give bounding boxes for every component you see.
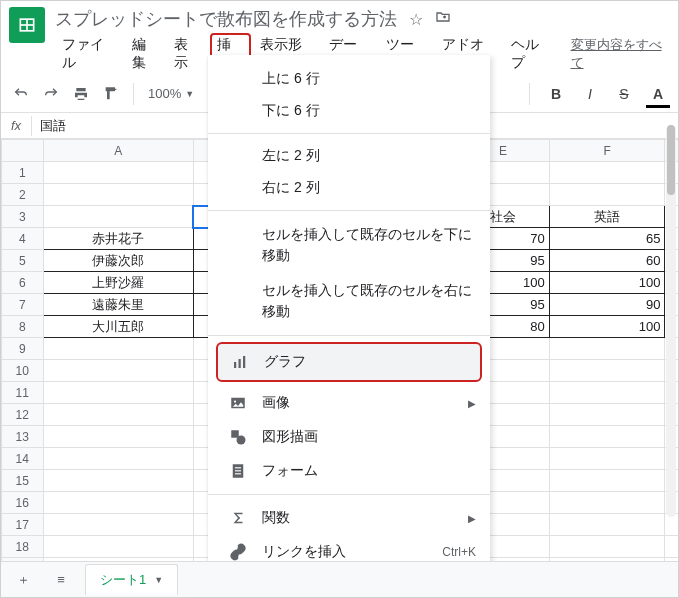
italic-button[interactable]: I [578, 82, 602, 106]
paint-format-button[interactable] [99, 82, 123, 106]
menu-help[interactable]: ヘルプ [504, 33, 558, 75]
row-header-3[interactable]: 3 [2, 206, 44, 228]
corner-cell[interactable] [2, 140, 44, 162]
menu-item-3[interactable]: 左に 2 列 [208, 140, 490, 172]
fx-button[interactable]: fx [1, 118, 31, 133]
changes-link[interactable]: 変更内容をすべて [571, 36, 670, 72]
row-header-13[interactable]: 13 [2, 426, 44, 448]
row-header-15[interactable]: 15 [2, 470, 44, 492]
cell-F9[interactable] [549, 338, 665, 360]
strike-button[interactable]: S [612, 82, 636, 106]
text-color-button[interactable]: A [646, 82, 670, 106]
zoom-select[interactable]: 100%▼ [144, 86, 198, 101]
menu-item-9[interactable]: グラフ [216, 342, 482, 382]
row-header-7[interactable]: 7 [2, 294, 44, 316]
menu-item-label: セルを挿入して既存のセルを右に移動 [262, 280, 476, 322]
cell-F12[interactable] [549, 404, 665, 426]
svg-rect-11 [235, 467, 241, 468]
cell-A17[interactable] [43, 514, 193, 536]
cell-A4[interactable]: 赤井花子 [43, 228, 193, 250]
print-button[interactable] [69, 82, 93, 106]
menu-edit[interactable]: 編集 [125, 33, 166, 75]
row-header-5[interactable]: 5 [2, 250, 44, 272]
row-header-12[interactable]: 12 [2, 404, 44, 426]
cell-A9[interactable] [43, 338, 193, 360]
move-icon[interactable] [435, 9, 451, 29]
row-header-16[interactable]: 16 [2, 492, 44, 514]
cell-A6[interactable]: 上野沙羅 [43, 272, 193, 294]
row-header-8[interactable]: 8 [2, 316, 44, 338]
row-header-14[interactable]: 14 [2, 448, 44, 470]
menu-view[interactable]: 表示 [167, 33, 208, 75]
row-header-11[interactable]: 11 [2, 382, 44, 404]
chevron-down-icon[interactable]: ▼ [154, 575, 163, 585]
cell-F15[interactable] [549, 470, 665, 492]
cell-F13[interactable] [549, 426, 665, 448]
formula-value[interactable]: 国語 [32, 117, 66, 135]
star-icon[interactable]: ☆ [409, 10, 423, 29]
add-sheet-button[interactable]: ＋ [9, 566, 37, 594]
menu-item-12[interactable]: フォーム [208, 454, 490, 488]
row-header-9[interactable]: 9 [2, 338, 44, 360]
menu-item-14[interactable]: 関数▶ [208, 501, 490, 535]
menu-item-10[interactable]: 画像▶ [208, 386, 490, 420]
row-header-1[interactable]: 1 [2, 162, 44, 184]
row-header-17[interactable]: 17 [2, 514, 44, 536]
document-title[interactable]: スプレッドシートで散布図を作成する方法 [55, 7, 397, 31]
cell-A2[interactable] [43, 184, 193, 206]
cell-F14[interactable] [549, 448, 665, 470]
cell-A13[interactable] [43, 426, 193, 448]
menu-item-7[interactable]: セルを挿入して既存のセルを右に移動 [208, 273, 490, 329]
submenu-arrow-icon: ▶ [468, 513, 476, 524]
image-icon [228, 393, 248, 413]
cell-F7[interactable]: 90 [549, 294, 665, 316]
row-header-2[interactable]: 2 [2, 184, 44, 206]
col-header-F[interactable]: F [549, 140, 665, 162]
bold-button[interactable]: B [544, 82, 568, 106]
col-header-A[interactable]: A [43, 140, 193, 162]
all-sheets-button[interactable]: ≡ [47, 566, 75, 594]
sheet-tab-1[interactable]: シート1 ▼ [85, 564, 178, 595]
cell-A10[interactable] [43, 360, 193, 382]
shapes-icon [228, 427, 248, 447]
cell-A3[interactable] [43, 206, 193, 228]
cell-A5[interactable]: 伊藤次郎 [43, 250, 193, 272]
cell-G18[interactable] [665, 536, 678, 558]
cell-A14[interactable] [43, 448, 193, 470]
cell-F8[interactable]: 100 [549, 316, 665, 338]
cell-A18[interactable] [43, 536, 193, 558]
cell-A7[interactable]: 遠藤朱里 [43, 294, 193, 316]
row-header-6[interactable]: 6 [2, 272, 44, 294]
cell-F6[interactable]: 100 [549, 272, 665, 294]
cell-A11[interactable] [43, 382, 193, 404]
cell-F2[interactable] [549, 184, 665, 206]
row-header-10[interactable]: 10 [2, 360, 44, 382]
cell-F11[interactable] [549, 382, 665, 404]
menu-item-0[interactable]: 上に 6 行 [208, 63, 490, 95]
cell-F17[interactable] [549, 514, 665, 536]
cell-A12[interactable] [43, 404, 193, 426]
cell-F3[interactable]: 英語 [549, 206, 665, 228]
svg-point-7 [234, 400, 236, 402]
cell-A16[interactable] [43, 492, 193, 514]
cell-F18[interactable] [549, 536, 665, 558]
undo-button[interactable] [9, 82, 33, 106]
cell-F16[interactable] [549, 492, 665, 514]
cell-F5[interactable]: 60 [549, 250, 665, 272]
scrollbar-vertical[interactable] [666, 125, 676, 517]
menu-item-11[interactable]: 図形描画 [208, 420, 490, 454]
menu-file[interactable]: ファイル [55, 33, 123, 75]
row-header-18[interactable]: 18 [2, 536, 44, 558]
cell-F10[interactable] [549, 360, 665, 382]
row-header-4[interactable]: 4 [2, 228, 44, 250]
redo-button[interactable] [39, 82, 63, 106]
menu-item-1[interactable]: 下に 6 行 [208, 95, 490, 127]
sheets-app-icon[interactable] [9, 7, 45, 43]
menu-item-4[interactable]: 右に 2 列 [208, 172, 490, 204]
cell-F1[interactable] [549, 162, 665, 184]
cell-A15[interactable] [43, 470, 193, 492]
cell-A8[interactable]: 大川五郎 [43, 316, 193, 338]
cell-F4[interactable]: 65 [549, 228, 665, 250]
menu-item-6[interactable]: セルを挿入して既存のセルを下に移動 [208, 217, 490, 273]
cell-A1[interactable] [43, 162, 193, 184]
